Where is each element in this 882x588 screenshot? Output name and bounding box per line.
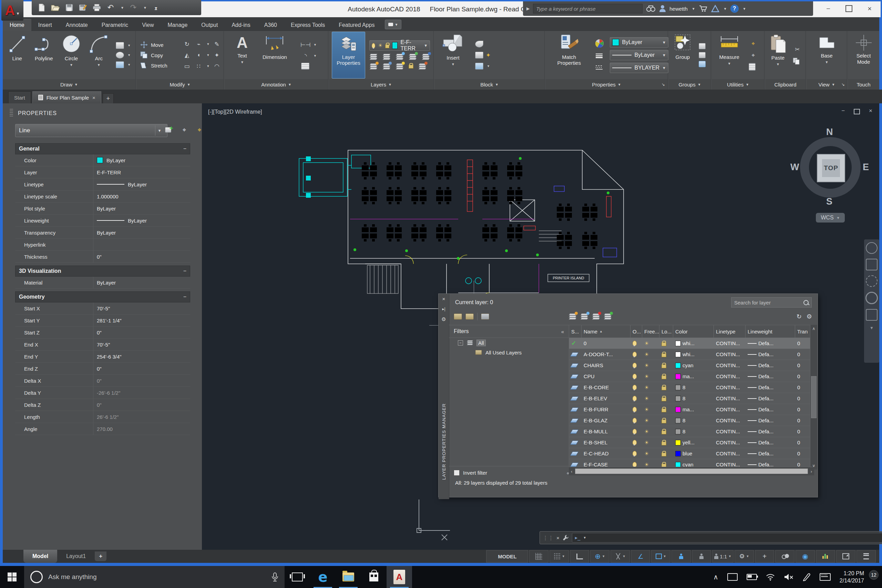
layer-cell[interactable]: Defa...: [746, 393, 795, 404]
layer-color-swatch[interactable]: [675, 385, 681, 390]
layer-freeze-sun-icon[interactable]: ☀: [644, 384, 649, 391]
layer-lock-icon[interactable]: [662, 375, 666, 379]
explode-icon[interactable]: ✦: [212, 51, 221, 59]
layer-on-bulb-icon[interactable]: [633, 429, 637, 434]
layer-cell[interactable]: Defa...: [746, 404, 795, 415]
layer-on-bulb-icon[interactable]: [633, 352, 637, 357]
layer-color-swatch[interactable]: [675, 440, 681, 446]
select-mode-button[interactable]: Select Mode: [848, 32, 879, 78]
layer-row-chairs[interactable]: CHAIRS☀cyanCONTIN...Defa...0: [569, 360, 810, 371]
layer-column-1[interactable]: Name▲: [582, 325, 630, 338]
property-value[interactable]: 254'-6 3/4": [93, 351, 190, 362]
quick-calc-icon[interactable]: ⌖: [748, 40, 758, 48]
layer-lock-icon[interactable]: [662, 420, 666, 423]
new-drawing-tab-button[interactable]: +: [103, 93, 114, 104]
hatch-icon[interactable]: [116, 62, 124, 68]
layer-on-bulb-icon[interactable]: [633, 462, 637, 467]
redo-dropdown-icon[interactable]: ▼: [143, 6, 147, 10]
paste-button[interactable]: Paste ▼: [767, 32, 789, 78]
layer-cell[interactable]: ma...: [673, 404, 714, 415]
property-value[interactable]: ByLayer: [93, 226, 190, 238]
filter-tree-all[interactable]: − All: [449, 338, 569, 348]
layer-on-bulb-icon[interactable]: [633, 418, 637, 423]
ribbon-tab-featured-apps[interactable]: Featured Apps: [332, 19, 381, 31]
layer-column-6[interactable]: Linetype: [714, 325, 746, 338]
properties-dialog-launcher-icon[interactable]: ↘: [662, 82, 665, 87]
layer-cell[interactable]: A-DOOR-T...: [582, 349, 630, 360]
layer-cell[interactable]: whi...: [673, 338, 714, 349]
layer-freeze-sun-icon[interactable]: ☀: [644, 362, 649, 369]
arc-dropdown-icon[interactable]: ▼: [97, 63, 100, 67]
layer-cell[interactable]: 0: [795, 360, 810, 370]
layer-row-a-door-t-[interactable]: A-DOOR-T...☀whi...CONTIN...Defa...0: [569, 349, 810, 360]
layer-cell[interactable]: CONTIN...: [714, 349, 746, 360]
layer-cell[interactable]: [630, 393, 642, 404]
layer-cell[interactable]: E-B-ELEV: [582, 393, 630, 404]
layout1-tab[interactable]: Layout1: [57, 550, 95, 563]
layer-cell[interactable]: [659, 404, 673, 415]
layer-cell[interactable]: CONTIN...: [714, 371, 746, 382]
layer-cell[interactable]: [659, 426, 673, 437]
layer-color-swatch[interactable]: [675, 418, 681, 423]
layer-cell[interactable]: 8: [673, 382, 714, 393]
undo-icon[interactable]: ↶: [106, 3, 115, 12]
layer-cell[interactable]: [569, 426, 582, 437]
layer-cell[interactable]: [630, 338, 642, 349]
select-objects-icon[interactable]: ⌖: [179, 125, 189, 135]
set-current-layer-icon[interactable]: [604, 313, 612, 320]
edit-block-icon[interactable]: [475, 40, 483, 48]
group-edit-icon[interactable]: [699, 52, 706, 58]
minimize-button[interactable]: −: [818, 2, 838, 16]
stretch-button[interactable]: Stretch: [140, 62, 168, 70]
move-button[interactable]: Move: [140, 40, 164, 49]
ribbon-tab-view[interactable]: View: [135, 19, 160, 31]
object-color-combo[interactable]: ByLayer ▼: [610, 37, 668, 48]
isometric-drafting-toggle[interactable]: ▼: [610, 550, 630, 562]
layer-cell[interactable]: ☀: [642, 382, 659, 393]
object-snap-tracking-toggle[interactable]: ∠: [631, 550, 650, 562]
layer-cell[interactable]: [569, 382, 582, 393]
invert-filter-checkbox[interactable]: [454, 470, 460, 476]
delete-layer-icon[interactable]: [592, 313, 600, 320]
layer-cell[interactable]: CONTIN...: [714, 338, 746, 349]
application-menu-button[interactable]: A ▼: [2, 0, 23, 21]
layer-table-vscrollbar[interactable]: ∧∨: [810, 325, 817, 470]
panel-label-draw[interactable]: Draw▼: [3, 79, 135, 90]
layer-cell[interactable]: 0: [795, 404, 810, 415]
layer-cell[interactable]: [630, 448, 642, 459]
object-type-selector[interactable]: Line ▼: [15, 124, 168, 137]
taskbar-edge[interactable]: e: [310, 566, 336, 588]
layer-cell[interactable]: ☀: [642, 448, 659, 459]
arc-button[interactable]: Arc ▼: [87, 32, 111, 78]
layer-cell[interactable]: [659, 338, 673, 349]
property-value[interactable]: 0": [93, 363, 190, 374]
layer-cell[interactable]: [659, 393, 673, 404]
scale-icon[interactable]: ▭: [183, 62, 192, 70]
layer-lock-icon[interactable]: [662, 342, 666, 346]
base-button[interactable]: Base ▼: [815, 32, 839, 78]
layer-cell[interactable]: Defa...: [746, 338, 795, 349]
start-button[interactable]: [0, 566, 24, 588]
layer-cell[interactable]: [630, 360, 642, 370]
filters-collapse-icon[interactable]: «: [561, 328, 564, 334]
open-file-icon[interactable]: [51, 3, 60, 12]
isolate-objects-button[interactable]: [775, 550, 795, 562]
property-value[interactable]: 0": [93, 327, 190, 338]
layer-match-icon[interactable]: [422, 53, 430, 60]
viewcube-north[interactable]: N: [826, 127, 833, 138]
layer-cell[interactable]: 0: [795, 448, 810, 459]
layer-cell[interactable]: [630, 404, 642, 415]
layer-color-swatch[interactable]: [675, 451, 681, 456]
layer-lock-icon[interactable]: [662, 364, 666, 368]
viewport-restore-icon[interactable]: [854, 109, 860, 114]
circle-dropdown-icon[interactable]: ▼: [70, 63, 73, 67]
layer-cell[interactable]: ✓: [569, 338, 582, 349]
lineweight-list-icon[interactable]: [595, 52, 604, 60]
layer-row-e-b-glaz[interactable]: E-B-GLAZ☀8CONTIN...Defa...0: [569, 415, 810, 426]
layer-cell[interactable]: [569, 360, 582, 370]
layer-color-swatch[interactable]: [675, 429, 681, 434]
layer-lock-icon[interactable]: [662, 453, 666, 456]
property-value[interactable]: E-F-TERR: [93, 166, 190, 178]
panel-label-groups[interactable]: Groups▼: [669, 79, 711, 90]
taskbar-file-explorer[interactable]: [336, 566, 361, 588]
